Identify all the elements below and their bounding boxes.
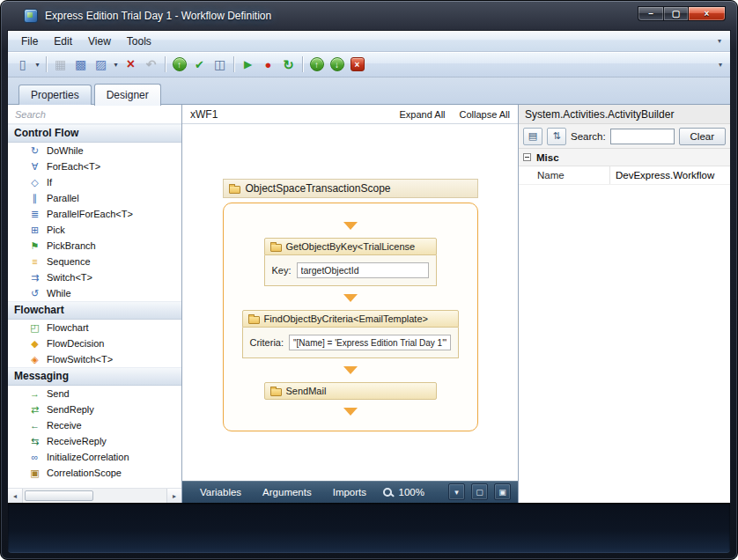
toolbox-category-flowchart[interactable]: Flowchart [8,301,181,320]
window-title: Express Edition Trial Day 1 - Workflow D… [45,10,271,22]
zoom-magnifier-icon [383,488,392,497]
toolbox-item-receivereply[interactable]: ⇆ReceiveReply [8,433,181,449]
save-button[interactable]: ▦ [50,55,70,75]
breadcrumb[interactable]: xWF1 [190,108,218,121]
category-row-misc[interactable]: Misc [519,149,730,166]
menu-overflow-icon[interactable]: ▾ [714,37,725,45]
imports-button[interactable]: Imports [322,487,377,497]
toolbox-search-input[interactable] [8,105,181,123]
scroll-right-button[interactable]: ▸ [166,489,181,503]
clear-button-label: Clear [690,131,714,142]
zoom-level: 100% [399,487,424,497]
toolbox-item-label: ParallelForEach<T> [47,209,133,219]
close-button[interactable]: × [689,6,726,21]
move-down-button[interactable]: ↓ [327,55,347,75]
checkmark-icon: ✔ [195,59,204,70]
menu-tools[interactable]: Tools [119,33,159,50]
activity-getobjectbykey[interactable]: GetObjectByKey<TrialLicense Key: [264,238,437,286]
run-button[interactable]: ▶ [238,55,258,75]
toolbox-item-while[interactable]: ↺While [8,285,181,301]
toolbox-item-flowchart[interactable]: ◰Flowchart [8,320,181,335]
properties-search-input[interactable] [610,129,675,144]
toolbox-hscrollbar[interactable]: ◂ ▸ [8,488,181,503]
toolbox-item-label: ForEach<T> [47,161,100,172]
tab-properties[interactable]: Properties [18,85,92,105]
delete-button[interactable]: × [121,55,141,75]
overview-button[interactable]: ▣ [494,483,511,500]
categorized-view-button[interactable]: ▤ [523,128,542,145]
activity-title: SendMail [286,386,327,396]
scroll-left-button[interactable]: ◂ [8,489,23,503]
analyze-button[interactable]: ◫ [210,55,230,75]
toolbox-item-parallel[interactable]: ∥Parallel [8,190,181,206]
scrollbar-thumb[interactable] [25,490,93,501]
toolbox-item-label: Flowchart [47,322,89,333]
activity-objectspacetransactionscope[interactable]: ObjectSpaceTransactionScope [223,179,478,198]
tab-designer[interactable]: Designer [94,84,161,106]
refresh-button[interactable]: ↻ [278,55,299,75]
minimize-button[interactable]: – [638,6,663,21]
toolbox-item-dowhile[interactable]: ↻DoWhile [8,143,181,158]
property-row-name[interactable]: Name DevExpress.Workflow [519,166,730,185]
arguments-button[interactable]: Arguments [252,487,322,497]
toolbox-item-correlationscope[interactable]: ▣CorrelationScope [8,465,181,481]
toolbox-category-control-flow[interactable]: Control Flow [8,124,181,143]
record-button[interactable]: ● [258,55,278,75]
check-button[interactable]: ✔ [189,55,210,75]
toolbox-item-flowswitch[interactable]: ◈FlowSwitch<T> [8,351,181,367]
expand-all-link[interactable]: Expand All [400,109,446,120]
collapse-icon[interactable] [523,153,531,161]
sort-alphabetical-button[interactable]: ⇅ [547,128,566,145]
criteria-input[interactable] [289,335,450,350]
clear-button[interactable]: Clear [679,128,726,145]
toolbox-item-pickbranch[interactable]: ⚑PickBranch [8,238,181,254]
save-all-button[interactable]: ▩ [70,55,91,75]
fit-to-screen-button[interactable]: ▢ [471,483,488,500]
toolbox-item-if[interactable]: ◇If [8,174,181,190]
property-value[interactable]: DevExpress.Workflow [610,166,730,184]
sequence-body[interactable]: GetObjectByKey<TrialLicense Key: [223,203,478,431]
toolbox-item-foreach[interactable]: ∀ForEach<T> [8,158,181,174]
activity-sendmail[interactable]: SendMail [264,382,437,400]
toolbox-item-initializecorrelation[interactable]: ∞InitializeCorrelation [8,449,181,465]
validate-button[interactable]: ↑ [169,55,189,75]
toolbox-item-sequence[interactable]: ≡Sequence [8,254,181,269]
export-button[interactable]: ▨ [91,55,111,75]
toolbox-item-send[interactable]: →Send [8,386,181,402]
toolbox-item-sendreply[interactable]: ⇄SendReply [8,402,181,417]
move-up-button[interactable]: ↑ [306,55,327,75]
activity-findobjectbycriteria[interactable]: FindObjectByCriteria<EmailTemplate> Crit… [242,310,459,358]
export-dropdown-button[interactable]: ▾ [111,55,121,75]
undo-button[interactable]: ↶ [141,55,161,75]
record-circle-icon: ● [265,59,272,70]
key-input[interactable] [297,262,429,278]
menu-file[interactable]: File [13,33,46,50]
menu-edit[interactable]: Edit [46,33,80,50]
scroll-left-icon: ◂ [13,492,17,500]
toolbox-item-flowdecision[interactable]: ◆FlowDecision [8,335,181,351]
toolbox-item-switch[interactable]: ⇉Switch<T> [8,269,181,285]
menu-view[interactable]: View [80,33,119,50]
stop-button[interactable]: × [347,55,367,75]
zoom-dropdown-button[interactable]: ▾ [448,483,465,500]
toolbar-overflow-icon[interactable]: ▾ [715,61,726,69]
designer-canvas[interactable]: ObjectSpaceTransactionScope GetObjectByK… [182,124,518,481]
toolbox-category-messaging[interactable]: Messaging [8,367,181,386]
properties-title: System.Activities.ActivityBuilder [519,105,730,124]
new-button[interactable]: ▯ [12,55,33,75]
toolbox-item-receive[interactable]: ←Receive [8,417,181,433]
variables-button[interactable]: Variables [189,487,252,497]
toolbox-item-label: Receive [47,420,82,431]
toolbox-item-label: If [47,177,52,188]
activity-body: Key: [264,255,437,286]
toolbox-item-parallelforeach[interactable]: ≣ParallelForEach<T> [8,206,181,222]
scrollbar-track[interactable] [23,489,166,503]
toolbar-separator [46,56,47,72]
activity-header[interactable]: SendMail [264,382,437,400]
activity-header[interactable]: GetObjectByKey<TrialLicense [264,238,437,255]
activity-header[interactable]: FindObjectByCriteria<EmailTemplate> [242,310,459,328]
toolbox-item-pick[interactable]: ⊞Pick [8,222,181,238]
new-dropdown-button[interactable]: ▾ [33,55,42,75]
maximize-button[interactable]: ▢ [663,6,689,21]
collapse-all-link[interactable]: Collapse All [460,109,510,120]
